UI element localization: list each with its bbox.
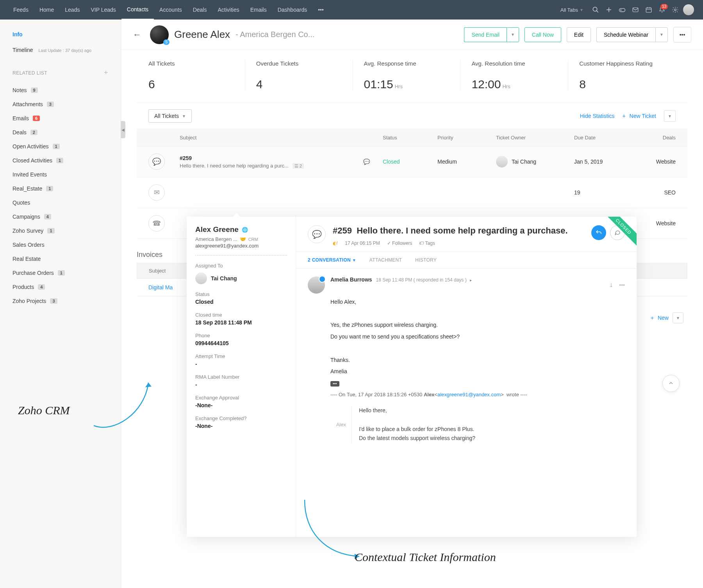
sidebar-timeline-link[interactable]: Timeline	[12, 47, 33, 53]
sidebar-item-label: Attachments	[12, 101, 43, 107]
sidebar-info-link[interactable]: Info	[12, 31, 108, 37]
call-now-button[interactable]: Call Now	[525, 27, 561, 42]
sidebar-item-real-estate[interactable]: Real_Estate1	[12, 182, 108, 196]
ticket-due: Jan 5, 2019	[574, 159, 637, 165]
sidebar-item-label: Quotes	[12, 200, 30, 206]
followers-link[interactable]: ✓ Followers	[387, 241, 412, 246]
invoice-row-link[interactable]: Digital Ma	[148, 284, 173, 290]
overdue-icon: ◐!	[333, 241, 338, 246]
expand-quote-icon[interactable]: •••	[330, 381, 339, 387]
profile-avatar[interactable]	[682, 3, 695, 16]
sidebar-item-open-activities[interactable]: Open Activities1	[12, 139, 108, 153]
stat-label: Customer Happiness Rating	[579, 60, 665, 67]
tab-attachment[interactable]: ATTACHMENT	[369, 257, 402, 263]
bell-icon[interactable]: 13	[655, 3, 669, 16]
popup-email[interactable]: alexgreene91@yandex.com	[195, 243, 287, 249]
ticket-filter-dropdown[interactable]: All Tickets▼	[148, 109, 192, 123]
scroll-to-top-button[interactable]	[662, 375, 680, 392]
field-value: -	[195, 361, 287, 367]
nav-item-vip-leads[interactable]: VIP Leads	[85, 0, 121, 20]
sidebar-item-closed-activities[interactable]: Closed Activities1	[12, 153, 108, 167]
left-sidebar: Info Timeline Last Update : 37 day(s) ag…	[0, 20, 121, 588]
field-label: Attempt Time	[195, 353, 287, 359]
stat-card: All Tickets6	[148, 60, 245, 91]
calendar-icon[interactable]	[642, 3, 655, 16]
plus-icon[interactable]	[602, 3, 616, 16]
nested-line: Do the latest models support wireless ch…	[359, 434, 625, 443]
popup-contact-name: Alex Greene	[195, 225, 239, 234]
owner-avatar	[496, 156, 508, 167]
hide-statistics-link[interactable]: Hide Statistics	[580, 113, 615, 119]
tags-link[interactable]: 🏷 Tags	[419, 241, 435, 246]
nav-item-emails[interactable]: Emails	[245, 0, 272, 20]
ticket-deals: Website	[637, 159, 676, 165]
quoted-email-link[interactable]: alexgreene91@yandex.com	[437, 392, 501, 397]
nav-item-leads[interactable]: Leads	[59, 0, 85, 20]
sidebar-item-notes[interactable]: Notes9	[12, 83, 108, 97]
nav-item-feeds[interactable]: Feeds	[8, 0, 34, 20]
sidebar-item-campaigns[interactable]: Campaigns4	[12, 210, 108, 224]
send-email-dropdown[interactable]: ▼	[507, 27, 519, 42]
add-related-icon[interactable]: +	[104, 69, 108, 77]
sidebar-item-label: Closed Activities	[12, 157, 52, 164]
sidebar-item-real-estate[interactable]: Real Estate	[12, 252, 108, 266]
nav-item-home[interactable]: Home	[34, 0, 59, 20]
all-tabs-dropdown[interactable]: All Tabs ▼	[555, 7, 589, 13]
search-icon[interactable]	[589, 3, 602, 16]
contact-header: ← 5 Greene Alex - America Bergen Co... S…	[121, 20, 703, 50]
sidebar-item-invited-events[interactable]: Invited Events	[12, 167, 108, 182]
ticket-priority: Medium	[437, 159, 496, 165]
sidebar-item-zoho-projects[interactable]: Zoho Projects3	[12, 294, 108, 308]
stat-card: Overdue Tickets4	[245, 60, 353, 91]
nav-item-accounts[interactable]: Accounts	[154, 0, 187, 20]
nav-item-dashboards[interactable]: Dashboards	[272, 0, 313, 20]
sidebar-item-products[interactable]: Products4	[12, 280, 108, 294]
mail-icon[interactable]	[629, 3, 642, 16]
handshake-icon: 🤝	[240, 236, 246, 242]
back-arrow-icon[interactable]: ←	[133, 30, 145, 40]
gamepad-icon[interactable]	[616, 3, 629, 16]
stat-label: Overdue Tickets	[256, 60, 342, 67]
sidebar-item-purchase-orders[interactable]: Purchase Orders1	[12, 266, 108, 280]
chat-indicator-icon: 💬	[363, 159, 383, 165]
reply-button[interactable]	[591, 225, 606, 240]
tab-history[interactable]: HISTORY	[415, 257, 437, 263]
ticket-preview: Hello there. I need some help regarding …	[180, 163, 363, 169]
download-icon[interactable]: ⤓	[609, 282, 614, 288]
ticket-row[interactable]: ✉19SEO	[137, 177, 687, 208]
ticket-row[interactable]: 💬#259Hello there. I need some help regar…	[137, 146, 687, 177]
new-invoice-button[interactable]: + New	[651, 315, 669, 321]
conv-line: Yes, the zPhones support wireless chargi…	[330, 321, 625, 330]
contact-avatar[interactable]: 5	[150, 25, 169, 44]
sidebar-item-quotes[interactable]: Quotes	[12, 196, 108, 210]
sidebar-item-zoho-survey[interactable]: Zoho Survey1	[12, 224, 108, 238]
reply-more-icon[interactable]: •••	[619, 282, 625, 288]
edit-button[interactable]: Edit	[567, 27, 591, 42]
gear-icon[interactable]	[669, 3, 682, 16]
phone-icon: ☎	[148, 215, 165, 232]
sidebar-item-emails[interactable]: Emails6	[12, 111, 108, 125]
new-ticket-dropdown[interactable]: ▼	[664, 110, 676, 122]
sidebar-item-attachments[interactable]: Attachments3	[12, 97, 108, 111]
schedule-webinar-button[interactable]: Schedule Webinar	[596, 27, 655, 42]
sidebar-item-label: Invited Events	[12, 171, 47, 178]
field-label: Exchange Completed?	[195, 415, 287, 421]
nav-item-contacts[interactable]: Contacts	[121, 0, 154, 20]
schedule-webinar-dropdown[interactable]: ▼	[655, 27, 668, 42]
new-invoice-dropdown[interactable]: ▼	[673, 312, 683, 323]
nested-line: I'd like to place a bulk order for zPhon…	[359, 425, 625, 434]
sidebar-item-sales-orders[interactable]: Sales Orders	[12, 238, 108, 252]
sidebar-item-badge: 2	[30, 130, 37, 135]
more-actions-button[interactable]: •••	[673, 27, 691, 43]
stat-value: 4	[256, 78, 342, 91]
nav-item-deals[interactable]: Deals	[187, 0, 212, 20]
mail-icon: ✉	[148, 184, 165, 201]
crm-badge: CRM	[248, 237, 258, 242]
nav-overflow[interactable]: •••	[312, 0, 329, 20]
new-ticket-button[interactable]: + New Ticket	[622, 113, 656, 119]
sidebar-item-badge: 6	[33, 116, 40, 121]
sidebar-item-deals[interactable]: Deals2	[12, 125, 108, 139]
send-email-button[interactable]: Send Email	[464, 27, 507, 42]
tab-conversation[interactable]: 2 CONVERSATION ▼	[308, 257, 356, 263]
nav-item-activities[interactable]: Activities	[212, 0, 244, 20]
